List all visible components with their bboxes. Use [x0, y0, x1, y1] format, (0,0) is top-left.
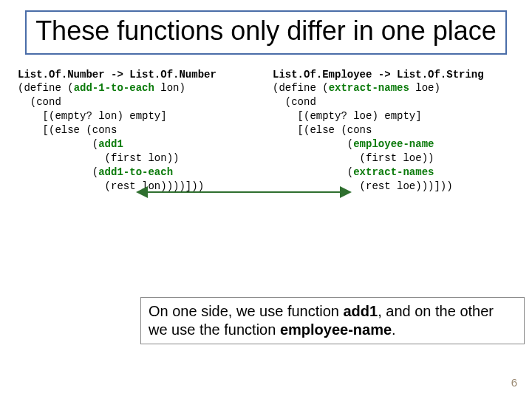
code-text: (first loe)): [273, 152, 434, 164]
right-define-fn: extract-names: [329, 82, 409, 94]
slide-title: These functions only differ in one place: [34, 16, 498, 46]
code-text: lon): [154, 82, 185, 94]
code-text: (: [273, 138, 353, 150]
code-text: [(empty? loe) empty]: [273, 110, 422, 122]
note-bold-2: employee-name: [280, 321, 392, 338]
code-text: (define (: [273, 82, 329, 94]
right-map-fn: employee-name: [353, 138, 434, 150]
left-signature: List.Of.Number -> List.Of.Number: [18, 69, 216, 81]
code-text: (: [18, 138, 98, 150]
note-box: On one side, we use function add1, and o…: [140, 297, 525, 344]
right-code: List.Of.Employee -> List.Of.String (defi…: [262, 68, 517, 194]
code-text: (first lon)): [18, 152, 179, 164]
page-number: 6: [511, 376, 517, 389]
left-recur-fn: add1-to-each: [98, 166, 173, 178]
code-text: (rest loe)))])): [273, 180, 453, 192]
code-text: (define (: [18, 82, 74, 94]
code-text: [(else (cons: [18, 124, 117, 136]
note-text: On one side, we use function: [149, 303, 344, 319]
code-text: (cond: [18, 96, 61, 108]
code-columns: List.Of.Number -> List.Of.Number (define…: [15, 68, 517, 194]
code-text: loe): [409, 82, 440, 94]
code-text: (rest lon))))])): [18, 180, 204, 192]
code-text: (: [18, 166, 98, 178]
left-map-fn: add1: [98, 138, 123, 150]
right-recur-fn: extract-names: [353, 166, 434, 178]
title-box: These functions only differ in one place: [25, 10, 507, 55]
left-code: List.Of.Number -> List.Of.Number (define…: [15, 68, 262, 194]
code-text: (cond: [273, 96, 316, 108]
code-text: [(else (cons: [273, 124, 372, 136]
right-signature: List.Of.Employee -> List.Of.String: [273, 69, 484, 81]
code-text: [(empty? lon) empty]: [18, 110, 167, 122]
left-define-fn: add-1-to-each: [74, 82, 154, 94]
note-bold-1: add1: [344, 303, 378, 319]
note-text: .: [392, 321, 396, 338]
code-text: (: [273, 166, 353, 178]
